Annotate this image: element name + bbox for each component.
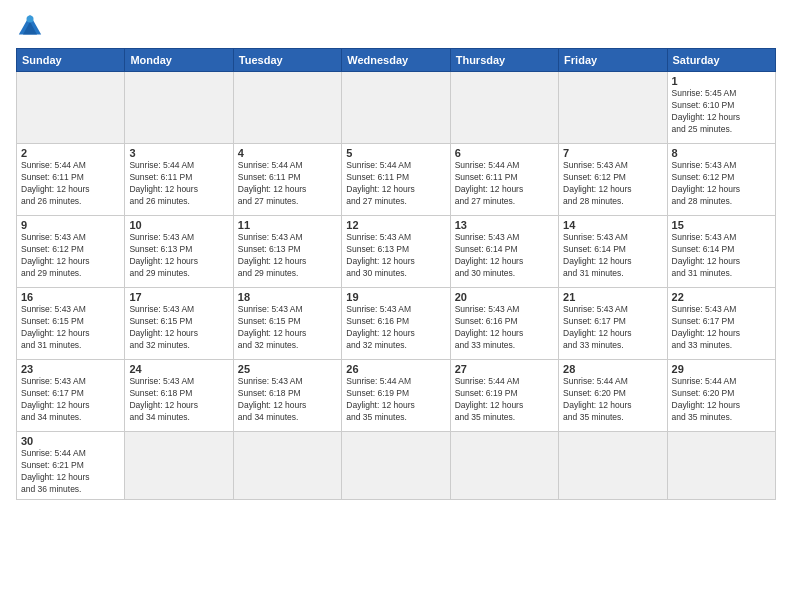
day-info: Sunrise: 5:43 AM Sunset: 6:13 PM Dayligh…: [346, 232, 445, 280]
day-info: Sunrise: 5:43 AM Sunset: 6:13 PM Dayligh…: [238, 232, 337, 280]
calendar-cell: 23Sunrise: 5:43 AM Sunset: 6:17 PM Dayli…: [17, 360, 125, 432]
calendar-cell: 22Sunrise: 5:43 AM Sunset: 6:17 PM Dayli…: [667, 288, 775, 360]
day-number: 19: [346, 291, 445, 303]
calendar-cell: 14Sunrise: 5:43 AM Sunset: 6:14 PM Dayli…: [559, 216, 667, 288]
day-number: 17: [129, 291, 228, 303]
day-info: Sunrise: 5:43 AM Sunset: 6:14 PM Dayligh…: [455, 232, 554, 280]
day-info: Sunrise: 5:43 AM Sunset: 6:18 PM Dayligh…: [238, 376, 337, 424]
logo-area: [16, 12, 48, 40]
calendar-cell: [17, 72, 125, 144]
day-number: 3: [129, 147, 228, 159]
calendar-cell: 15Sunrise: 5:43 AM Sunset: 6:14 PM Dayli…: [667, 216, 775, 288]
day-number: 25: [238, 363, 337, 375]
calendar-cell: 24Sunrise: 5:43 AM Sunset: 6:18 PM Dayli…: [125, 360, 233, 432]
calendar-cell: [450, 432, 558, 500]
calendar-cell: 10Sunrise: 5:43 AM Sunset: 6:13 PM Dayli…: [125, 216, 233, 288]
day-info: Sunrise: 5:44 AM Sunset: 6:11 PM Dayligh…: [346, 160, 445, 208]
calendar-cell: 2Sunrise: 5:44 AM Sunset: 6:11 PM Daylig…: [17, 144, 125, 216]
logo-icon: [16, 12, 44, 40]
calendar-cell: [125, 72, 233, 144]
calendar-cell: [233, 432, 341, 500]
calendar-cell: 16Sunrise: 5:43 AM Sunset: 6:15 PM Dayli…: [17, 288, 125, 360]
day-number: 16: [21, 291, 120, 303]
day-info: Sunrise: 5:44 AM Sunset: 6:20 PM Dayligh…: [563, 376, 662, 424]
weekday-header-sunday: Sunday: [17, 49, 125, 72]
day-info: Sunrise: 5:44 AM Sunset: 6:11 PM Dayligh…: [129, 160, 228, 208]
day-number: 1: [672, 75, 771, 87]
day-info: Sunrise: 5:43 AM Sunset: 6:14 PM Dayligh…: [563, 232, 662, 280]
day-info: Sunrise: 5:44 AM Sunset: 6:11 PM Dayligh…: [21, 160, 120, 208]
day-info: Sunrise: 5:43 AM Sunset: 6:18 PM Dayligh…: [129, 376, 228, 424]
day-info: Sunrise: 5:44 AM Sunset: 6:11 PM Dayligh…: [455, 160, 554, 208]
calendar-cell: 29Sunrise: 5:44 AM Sunset: 6:20 PM Dayli…: [667, 360, 775, 432]
calendar: SundayMondayTuesdayWednesdayThursdayFrid…: [16, 48, 776, 500]
day-info: Sunrise: 5:45 AM Sunset: 6:10 PM Dayligh…: [672, 88, 771, 136]
day-info: Sunrise: 5:43 AM Sunset: 6:17 PM Dayligh…: [21, 376, 120, 424]
calendar-cell: 9Sunrise: 5:43 AM Sunset: 6:12 PM Daylig…: [17, 216, 125, 288]
day-info: Sunrise: 5:44 AM Sunset: 6:20 PM Dayligh…: [672, 376, 771, 424]
calendar-cell: [233, 72, 341, 144]
page: SundayMondayTuesdayWednesdayThursdayFrid…: [0, 0, 792, 612]
calendar-cell: 12Sunrise: 5:43 AM Sunset: 6:13 PM Dayli…: [342, 216, 450, 288]
day-number: 20: [455, 291, 554, 303]
day-info: Sunrise: 5:43 AM Sunset: 6:14 PM Dayligh…: [672, 232, 771, 280]
day-info: Sunrise: 5:43 AM Sunset: 6:15 PM Dayligh…: [21, 304, 120, 352]
calendar-cell: 25Sunrise: 5:43 AM Sunset: 6:18 PM Dayli…: [233, 360, 341, 432]
header: [16, 12, 776, 40]
calendar-cell: 4Sunrise: 5:44 AM Sunset: 6:11 PM Daylig…: [233, 144, 341, 216]
calendar-cell: 13Sunrise: 5:43 AM Sunset: 6:14 PM Dayli…: [450, 216, 558, 288]
day-info: Sunrise: 5:43 AM Sunset: 6:15 PM Dayligh…: [129, 304, 228, 352]
day-info: Sunrise: 5:43 AM Sunset: 6:17 PM Dayligh…: [563, 304, 662, 352]
calendar-cell: 28Sunrise: 5:44 AM Sunset: 6:20 PM Dayli…: [559, 360, 667, 432]
day-number: 26: [346, 363, 445, 375]
weekday-header-thursday: Thursday: [450, 49, 558, 72]
day-number: 23: [21, 363, 120, 375]
day-number: 28: [563, 363, 662, 375]
weekday-header-tuesday: Tuesday: [233, 49, 341, 72]
day-number: 9: [21, 219, 120, 231]
day-number: 11: [238, 219, 337, 231]
day-info: Sunrise: 5:44 AM Sunset: 6:19 PM Dayligh…: [455, 376, 554, 424]
day-number: 24: [129, 363, 228, 375]
day-info: Sunrise: 5:43 AM Sunset: 6:16 PM Dayligh…: [455, 304, 554, 352]
day-number: 4: [238, 147, 337, 159]
calendar-cell: 6Sunrise: 5:44 AM Sunset: 6:11 PM Daylig…: [450, 144, 558, 216]
weekday-header-monday: Monday: [125, 49, 233, 72]
calendar-cell: 27Sunrise: 5:44 AM Sunset: 6:19 PM Dayli…: [450, 360, 558, 432]
calendar-cell: 18Sunrise: 5:43 AM Sunset: 6:15 PM Dayli…: [233, 288, 341, 360]
day-number: 7: [563, 147, 662, 159]
day-number: 29: [672, 363, 771, 375]
calendar-cell: 11Sunrise: 5:43 AM Sunset: 6:13 PM Dayli…: [233, 216, 341, 288]
day-info: Sunrise: 5:44 AM Sunset: 6:11 PM Dayligh…: [238, 160, 337, 208]
day-info: Sunrise: 5:43 AM Sunset: 6:12 PM Dayligh…: [672, 160, 771, 208]
calendar-cell: 26Sunrise: 5:44 AM Sunset: 6:19 PM Dayli…: [342, 360, 450, 432]
calendar-cell: [125, 432, 233, 500]
calendar-cell: 17Sunrise: 5:43 AM Sunset: 6:15 PM Dayli…: [125, 288, 233, 360]
day-number: 15: [672, 219, 771, 231]
day-number: 30: [21, 435, 120, 447]
day-number: 21: [563, 291, 662, 303]
calendar-cell: 21Sunrise: 5:43 AM Sunset: 6:17 PM Dayli…: [559, 288, 667, 360]
day-info: Sunrise: 5:43 AM Sunset: 6:13 PM Dayligh…: [129, 232, 228, 280]
weekday-header-wednesday: Wednesday: [342, 49, 450, 72]
day-number: 10: [129, 219, 228, 231]
calendar-cell: 3Sunrise: 5:44 AM Sunset: 6:11 PM Daylig…: [125, 144, 233, 216]
day-info: Sunrise: 5:44 AM Sunset: 6:19 PM Dayligh…: [346, 376, 445, 424]
calendar-cell: [559, 72, 667, 144]
day-number: 22: [672, 291, 771, 303]
calendar-cell: 30Sunrise: 5:44 AM Sunset: 6:21 PM Dayli…: [17, 432, 125, 500]
weekday-header-saturday: Saturday: [667, 49, 775, 72]
day-number: 5: [346, 147, 445, 159]
day-number: 2: [21, 147, 120, 159]
calendar-cell: 5Sunrise: 5:44 AM Sunset: 6:11 PM Daylig…: [342, 144, 450, 216]
day-number: 6: [455, 147, 554, 159]
calendar-cell: 19Sunrise: 5:43 AM Sunset: 6:16 PM Dayli…: [342, 288, 450, 360]
calendar-cell: [342, 72, 450, 144]
calendar-cell: 8Sunrise: 5:43 AM Sunset: 6:12 PM Daylig…: [667, 144, 775, 216]
svg-point-2: [27, 16, 34, 23]
calendar-cell: [559, 432, 667, 500]
day-info: Sunrise: 5:43 AM Sunset: 6:12 PM Dayligh…: [21, 232, 120, 280]
day-number: 12: [346, 219, 445, 231]
day-info: Sunrise: 5:43 AM Sunset: 6:15 PM Dayligh…: [238, 304, 337, 352]
day-info: Sunrise: 5:43 AM Sunset: 6:12 PM Dayligh…: [563, 160, 662, 208]
